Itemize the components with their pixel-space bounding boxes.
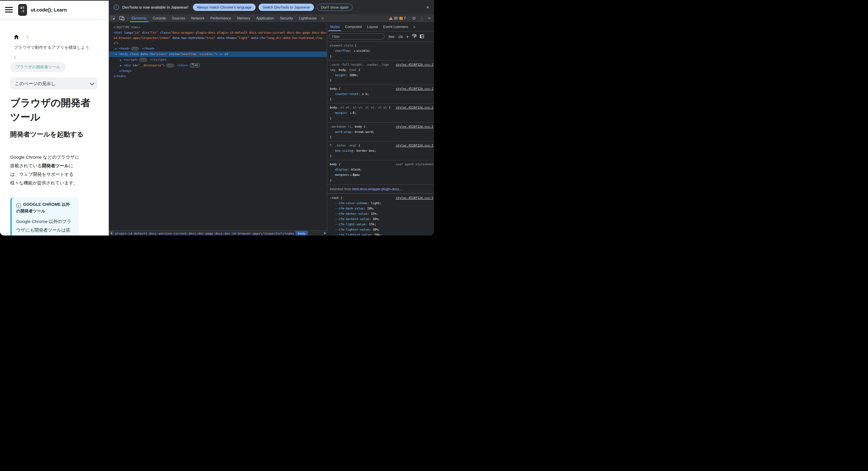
inherited-from-link[interactable]: html.docs-wrapper.plugin-docs.… [352, 187, 404, 191]
expand-node-icon[interactable]: ··· [131, 47, 139, 51]
style-rule[interactable]: element.style {overflow: ▶visible;} [327, 41, 434, 60]
warnings-count[interactable]: 33 [394, 16, 398, 20]
warning-icon[interactable] [389, 17, 393, 20]
css-declaration[interactable]: word-wrap: break-word; [330, 129, 431, 134]
element-class-toggle[interactable]: .cls [398, 35, 403, 39]
dont-show-again-button[interactable]: Don't show again [317, 4, 352, 11]
breadcrumb-level1[interactable]: ブラウザで動作するアプリを構築しよう [14, 45, 100, 51]
stylesheet-link[interactable]: styles.4510f12d.css:1 [396, 124, 433, 129]
devtools-tab-security[interactable]: Security [277, 14, 296, 22]
sidebar-tab-layout[interactable]: Layout [364, 22, 380, 31]
dom-tree-node[interactable]: id-browser-apps/inspector/index" data-ha… [109, 35, 327, 40]
breadcrumb-current[interactable]: ブラウザの開発者ツール [10, 62, 66, 72]
devtools-tab-performance[interactable]: Performance [208, 14, 234, 22]
dom-tree-node[interactable]: ···▼<body class data-rh="class" style="o… [109, 52, 327, 57]
dom-breadcrumb-path[interactable]: plugin-id-default.docs-version-current.d… [114, 231, 296, 236]
pseudo-state-toggle[interactable]: :hov [388, 35, 395, 39]
devtools-tab-elements[interactable]: Elements [129, 14, 150, 22]
css-declaration[interactable]: --ifm-lighter-value: 30%; [330, 227, 431, 232]
dom-tree-node[interactable]: ▶<script>··· </script> [109, 57, 327, 63]
stylesheet-link[interactable]: styles.4510f12d.css:1 [396, 105, 433, 110]
kebab-menu-icon[interactable]: ⋮ [418, 16, 426, 21]
css-declaration[interactable]: counter-reset: a b; [330, 91, 431, 97]
code-token: <body [119, 53, 128, 56]
disclosure-arrow-icon[interactable]: ▶ [120, 57, 124, 63]
style-rule[interactable]: styles.4510f12d.css:1.markdown li, body … [327, 122, 434, 141]
site-title[interactable]: ut.code(); Learn [31, 1, 67, 19]
notification-action-button[interactable]: Switch DevTools to Japanese [258, 4, 314, 11]
expand-node-icon[interactable]: ··· [166, 64, 174, 67]
device-toolbar-icon[interactable] [117, 14, 126, 22]
style-rule[interactable]: styles.4510f12d.css:1:root {--ifm-color-… [327, 194, 434, 236]
css-declaration[interactable]: margin: ▶0; [330, 110, 431, 116]
style-rule[interactable]: styles.4510f12d.css:1body, ol ol, ol ul,… [327, 103, 434, 122]
new-style-rule-icon[interactable]: + [406, 35, 409, 38]
breadcrumb-home-icon[interactable] [14, 35, 19, 39]
expand-value-icon[interactable]: ▶ [354, 50, 355, 53]
sidebar-tab-computed[interactable]: Computed [342, 22, 364, 31]
stylesheet-link[interactable]: styles.4510f12d.css:1 [396, 195, 433, 200]
node-actions-icon[interactable]: ··· [110, 52, 116, 57]
css-declaration[interactable]: box-sizing: border-box; [330, 148, 431, 153]
expand-value-icon[interactable]: ▶ [350, 112, 351, 115]
notification-action-button[interactable]: Always match Chrome's language [193, 4, 256, 11]
dom-tree-node[interactable]: <!DOCTYPE html> [109, 25, 327, 30]
inspect-element-icon[interactable] [109, 14, 117, 22]
issues-icon[interactable]: ! [399, 17, 403, 20]
notification-close-icon[interactable]: × [425, 4, 431, 10]
style-rule[interactable]: styles.4510f12d.css:1.card--full-height,… [327, 60, 434, 85]
css-declaration[interactable]: --ifm-darker-value: 15%; [330, 211, 431, 216]
gear-icon[interactable]: ⚙ [410, 16, 418, 21]
css-declaration[interactable]: --ifm-light-value: 15%; [330, 222, 431, 227]
stylesheet-link[interactable]: styles.4510f12d.css:1 [396, 62, 433, 67]
dom-tree-node[interactable]: ▶<div id="__docusaurus">··· </div>flex [109, 63, 327, 68]
devtools-tab-sources[interactable]: Sources [169, 14, 188, 22]
hamburger-menu-icon[interactable] [5, 7, 13, 12]
devtools-tab-application[interactable]: Application [253, 14, 277, 22]
breadcrumb-forward-icon[interactable] [323, 231, 327, 236]
sidebar-toggle-icon[interactable] [420, 34, 424, 39]
issues-count[interactable]: 7 [404, 16, 406, 20]
css-declaration[interactable]: height: 100%; [330, 72, 431, 78]
dom-breadcrumb-selected[interactable]: body [296, 231, 308, 236]
dom-tree-node[interactable]: </body> [109, 68, 327, 73]
toc-collapsible[interactable]: このページの見出し [10, 77, 98, 90]
dom-tree-node[interactable]: ▶<head>··· </head> [109, 46, 327, 52]
disclosure-arrow-icon[interactable]: ▶ [120, 63, 124, 68]
sidebar-tab-event-listeners[interactable]: Event Listeners [380, 22, 411, 31]
sidebar-tabs: StylesComputedLayoutEvent Listeners» [327, 22, 434, 31]
disclosure-arrow-icon[interactable]: ▶ [116, 46, 119, 52]
devtools-close-icon[interactable]: × [426, 15, 433, 21]
style-rule[interactable]: styles.4510f12d.css:1*, .katex .angl {bo… [327, 141, 434, 160]
expand-node-icon[interactable]: ··· [139, 58, 147, 62]
dom-tree-node[interactable]: </html> [109, 73, 327, 79]
css-declaration[interactable]: --ifm-color-scheme: light; [330, 200, 431, 206]
devtools-tab-memory[interactable]: Memory [234, 14, 253, 22]
style-rule[interactable]: styles.4510f12d.css:1body {counter-reset… [327, 85, 434, 103]
styles-filter-input[interactable] [329, 33, 384, 39]
dom-tree-node[interactable]: s"> [109, 40, 327, 46]
breadcrumb-back-icon[interactable] [109, 231, 114, 236]
docs-page: UT .C ut.code(); Learn ブラウザで動作するアプリを構築しよ… [0, 1, 108, 236]
css-declaration[interactable]: --ifm-dark-value: 10%; [330, 206, 431, 211]
css-declaration[interactable]: display: block; [330, 167, 431, 172]
more-sidebar-tabs-icon[interactable]: » [411, 22, 418, 31]
dom-tree-node[interactable]: <html lang="ja" dir="ltr" class="docs-wr… [109, 30, 327, 35]
paintbrush-icon[interactable] [412, 34, 416, 39]
stylesheet-link[interactable]: styles.4510f12d.css:1 [396, 86, 433, 91]
css-declaration[interactable]: margin: ▶8px; [330, 172, 431, 178]
stylesheet-link[interactable]: styles.4510f12d.css:1 [396, 143, 433, 148]
flex-badge[interactable]: flex [190, 63, 199, 67]
sidebar-tab-styles[interactable]: Styles [327, 22, 342, 31]
devtools-tab-network[interactable]: Network [188, 14, 208, 22]
code-token: id-browser-apps/inspector/index" [114, 36, 170, 39]
site-logo[interactable]: UT .C [18, 4, 27, 16]
css-declaration[interactable]: --ifm-darkest-value: 30%; [330, 216, 431, 222]
style-rule[interactable]: user agent stylesheetbody {display: bloc… [327, 160, 434, 184]
more-tabs-icon[interactable]: » [319, 14, 326, 22]
expand-value-icon[interactable]: ▶ [350, 174, 351, 177]
devtools-tab-console[interactable]: Console [150, 14, 169, 22]
css-declaration[interactable]: --ifm-lightest-value: 50%; [330, 232, 431, 236]
devtools-tab-lighthouse[interactable]: Lighthouse [296, 14, 319, 22]
css-declaration[interactable]: overflow: ▶visible; [330, 48, 431, 54]
